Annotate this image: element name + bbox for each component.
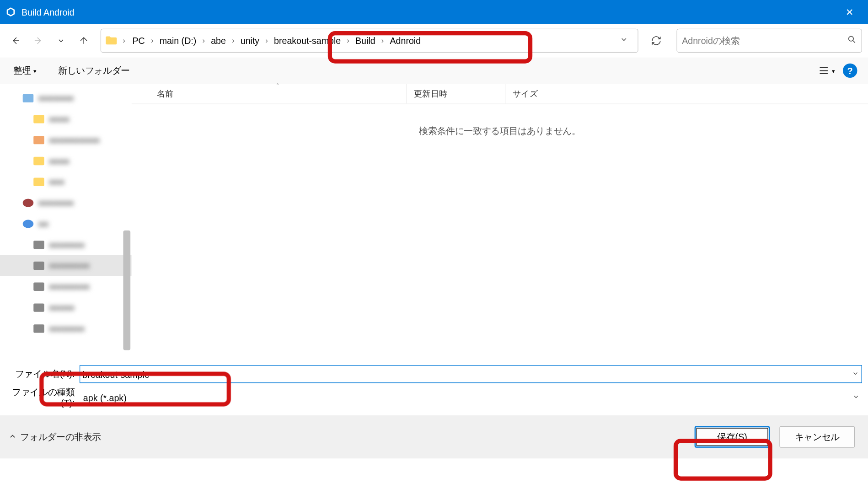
sidebar-item-selected: ■■■■■■■■ (0, 255, 132, 276)
close-button[interactable]: ✕ (836, 0, 863, 24)
save-button[interactable]: 保存(S) (695, 426, 770, 448)
breadcrumb-dropdown[interactable] (614, 32, 634, 48)
file-list: 名前 ˄ 更新日時 サイズ 検索条件に一致する項目はありません。 (132, 84, 868, 359)
titlebar: Build Android ✕ (0, 0, 868, 24)
main-area: ■■■■■■■ ■■■■ ■■■■■■■■■■ ■■■■ ■■■ ■■■■■■■… (0, 84, 868, 359)
sidebar-scrollbar[interactable] (123, 231, 130, 350)
caret-down-icon: ▾ (33, 67, 37, 74)
view-options-button[interactable]: ▾ (817, 61, 836, 80)
unity-icon (5, 6, 16, 18)
breadcrumb-bar[interactable]: › PC › main (D:) › abe › unity › breakou… (101, 28, 638, 52)
cancel-button[interactable]: キャンセル (779, 426, 855, 448)
window-title: Build Android (21, 7, 75, 17)
chevron-right-icon[interactable]: › (344, 36, 352, 45)
refresh-button[interactable] (644, 28, 668, 52)
toolbar: 整理 ▾ 新しいフォルダー ▾ ? (0, 58, 868, 84)
breadcrumb-item[interactable]: breakout-sample (270, 33, 344, 48)
chevron-right-icon[interactable]: › (230, 36, 237, 45)
breadcrumb-item[interactable]: Build (352, 33, 379, 48)
help-button[interactable]: ? (843, 64, 857, 78)
breadcrumb-item[interactable]: Adnroid (386, 33, 424, 48)
breadcrumb-item[interactable]: main (D:) (156, 33, 200, 48)
column-size[interactable]: サイズ (505, 84, 583, 103)
breadcrumb-item[interactable]: abe (207, 33, 229, 48)
breadcrumb-item[interactable]: unity (237, 33, 263, 48)
filetype-select[interactable]: apk (*.apk) (80, 388, 862, 406)
filename-input[interactable] (83, 369, 858, 379)
breadcrumb-item[interactable]: PC (129, 33, 149, 48)
forward-button[interactable] (29, 31, 48, 50)
footer: フォルダーの非表示 保存(S) キャンセル (0, 415, 868, 458)
filename-dropdown[interactable] (852, 370, 859, 379)
hide-folders-toggle[interactable]: フォルダーの非表示 (8, 431, 101, 443)
search-box[interactable] (676, 28, 862, 52)
filetype-dropdown[interactable] (852, 393, 860, 402)
chevron-right-icon[interactable]: › (379, 36, 386, 45)
new-folder-button[interactable]: 新しいフォルダー (56, 61, 132, 80)
folder-icon (105, 34, 118, 47)
empty-message: 検索条件に一致する項目はありません。 (132, 104, 868, 159)
filename-row: ファイル名(N): (11, 365, 862, 383)
back-button[interactable] (6, 31, 25, 50)
column-date[interactable]: 更新日時 (407, 84, 505, 103)
caret-down-icon: ▾ (832, 67, 835, 74)
filename-label: ファイル名(N): (11, 368, 80, 380)
folder-tree-sidebar[interactable]: ■■■■■■■ ■■■■ ■■■■■■■■■■ ■■■■ ■■■ ■■■■■■■… (0, 84, 132, 359)
recent-dropdown-button[interactable] (51, 31, 70, 50)
column-name[interactable]: 名前 ˄ (150, 84, 407, 103)
chevron-right-icon[interactable]: › (149, 36, 156, 45)
sort-ascending-icon: ˄ (276, 83, 279, 89)
organize-menu[interactable]: 整理 ▾ (11, 61, 39, 80)
filename-panel: ファイル名(N): ファイルの種類(T): apk (*.apk) (0, 359, 868, 415)
navigation-row: › PC › main (D:) › abe › unity › breakou… (0, 24, 868, 57)
search-input[interactable] (682, 35, 847, 45)
filetype-value: apk (*.apk) (82, 392, 858, 403)
close-icon: ✕ (846, 6, 853, 18)
chevron-right-icon[interactable]: › (200, 36, 207, 45)
chevron-up-icon (8, 432, 16, 442)
chevron-right-icon[interactable]: › (122, 36, 129, 45)
filetype-label: ファイルの種類(T): (11, 387, 80, 408)
chevron-right-icon[interactable]: › (263, 36, 270, 45)
filename-input-wrap[interactable] (80, 365, 862, 383)
file-list-header: 名前 ˄ 更新日時 サイズ (132, 84, 868, 104)
svg-point-2 (849, 36, 853, 41)
help-icon: ? (847, 65, 853, 75)
filetype-row: ファイルの種類(T): apk (*.apk) (11, 387, 862, 408)
up-button[interactable] (74, 31, 93, 50)
search-icon (847, 34, 857, 46)
